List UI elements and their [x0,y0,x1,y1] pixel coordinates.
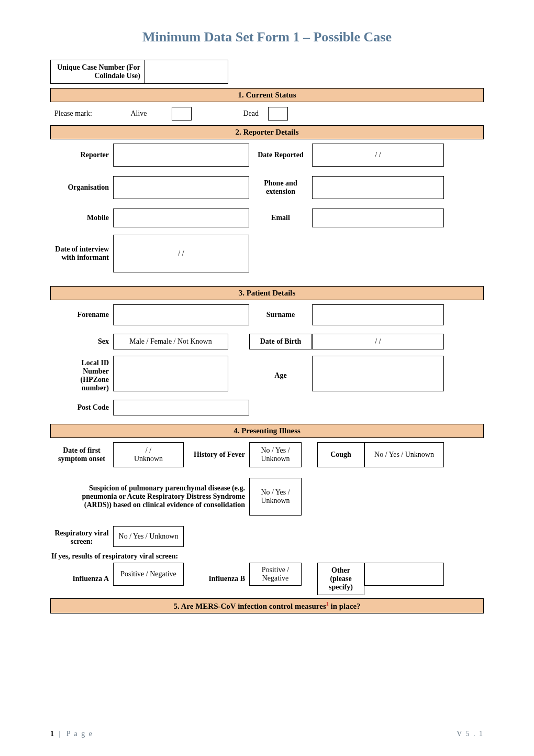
local-id-input[interactable] [113,356,228,391]
fever-label: History of Fever [184,442,249,467]
flu-b-input[interactable]: Positive / Negative [249,563,302,586]
if-yes-note: If yes, results of respiratory viral scr… [50,550,484,563]
please-mark-label: Please mark: [50,106,106,121]
footer-page-word: P a g e [66,730,93,738]
page: Minimum Data Set Form 1 – Possible Case … [0,0,534,756]
flu-a-input[interactable]: Positive / Negative [113,563,184,586]
row-forename-surname: Forename Surname [50,304,484,325]
other-input[interactable] [364,563,444,586]
row-sex-dob: Sex Male / Female / Not Known Date of Bi… [50,334,484,349]
resp-screen-label: Respiratory viral screen: [50,526,113,549]
organisation-label: Organisation [50,176,113,199]
resp-screen-input[interactable]: No / Yes / Unknown [113,526,184,547]
footer-left: 1 | P a g e [50,730,93,738]
dead-label: Dead [192,106,263,121]
row-organisation: Organisation Phone and extension [50,176,484,199]
row-reporter: Reporter Date Reported / / [50,144,484,167]
dob-input[interactable]: / / [312,334,444,349]
section-5-suffix: in place? [329,602,361,610]
date-interview-input[interactable]: / / [113,235,249,272]
page-title: Minimum Data Set Form 1 – Possible Case [50,29,484,45]
row-status: Please mark: Alive Dead [50,106,484,121]
mobile-label: Mobile [50,209,113,227]
alive-label: Alive [106,106,172,121]
date-reported-input[interactable]: / / [312,144,444,167]
case-number-label: Unique Case Number (For Colindale Use) [50,60,144,84]
section-3-header: 3. Patient Details [50,286,484,300]
email-input[interactable] [312,209,444,227]
section-5-header: 5. Are MERS-CoV infection control measur… [50,598,484,613]
onset-label: Date of first symptom onset [50,442,113,467]
section-1-header: 1. Current Status [50,88,484,102]
other-label: Other (please specify) [317,563,364,595]
footer-page-num: 1 [50,730,54,738]
forename-label: Forename [50,304,113,325]
section-4-header: 4. Presenting Illness [50,424,484,438]
row-localid-age: Local ID Number (HPZone number) Age [50,356,484,396]
suspicion-input[interactable]: No / Yes / Unknown [249,478,302,516]
postcode-input[interactable] [113,400,249,415]
postcode-label: Post Code [50,400,113,415]
row-flu-results: Influenza A Positive / Negative Influenz… [50,563,484,595]
local-id-label: Local ID Number (HPZone number) [50,356,113,396]
suspicion-label: Suspicion of pulmonary parenchymal disea… [50,478,249,516]
surname-label: Surname [249,304,312,325]
row-date-interview: Date of interview with informant / / [50,235,484,272]
cough-label: Cough [317,442,364,467]
age-input[interactable] [312,356,444,391]
date-interview-label: Date of interview with informant [50,235,113,272]
email-label: Email [249,209,312,227]
alive-checkbox[interactable] [172,107,192,120]
section-2-header: 2. Reporter Details [50,125,484,139]
phone-ext-input[interactable] [312,176,444,199]
row-resp-screen: Respiratory viral screen: No / Yes / Unk… [50,526,484,549]
cough-input[interactable]: No / Yes / Unknown [364,442,444,467]
onset-input[interactable]: / / Unknown [113,442,184,467]
organisation-input[interactable] [113,176,249,199]
phone-ext-label: Phone and extension [249,176,312,199]
mobile-input[interactable] [113,209,249,227]
row-mobile-email: Mobile Email [50,209,484,227]
row-postcode: Post Code [50,400,484,415]
page-footer: 1 | P a g e V 5 . 1 [50,730,484,738]
footer-version: V 5 . 1 [457,730,484,738]
surname-input[interactable] [312,304,444,325]
dob-label: Date of Birth [249,334,312,349]
reporter-label: Reporter [50,144,113,167]
flu-a-label: Influenza A [50,563,113,595]
flu-b-label: Influenza B [184,563,249,595]
date-reported-label: Date Reported [249,144,312,167]
age-label: Age [249,356,312,396]
sex-label: Sex [50,334,113,349]
forename-input[interactable] [113,304,249,325]
section-5-prefix: 5. Are MERS-CoV infection control measur… [173,602,326,610]
row-case-number: Unique Case Number (For Colindale Use) [50,60,484,84]
case-number-input[interactable] [144,60,228,84]
dead-checkbox[interactable] [268,107,288,120]
fever-input[interactable]: No / Yes / Unknown [249,442,302,467]
reporter-input[interactable] [113,144,249,167]
row-suspicion: Suspicion of pulmonary parenchymal disea… [50,478,484,516]
sex-input[interactable]: Male / Female / Not Known [113,334,228,349]
row-onset-fever-cough: Date of first symptom onset / / Unknown … [50,442,484,467]
